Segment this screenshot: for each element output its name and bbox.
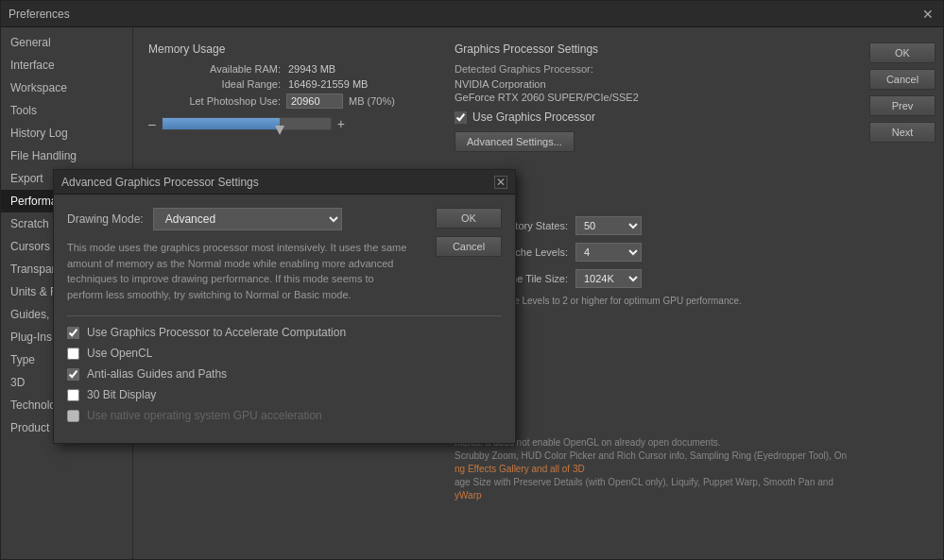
window-close-button[interactable]: ✕ [920, 7, 935, 22]
preferences-window: Preferences ✕ General Interface Workspac… [0, 0, 944, 560]
checkbox-native-gpu [67, 410, 79, 422]
checkbox-accelerate[interactable] [67, 327, 79, 339]
checkbox-30bit-label: 30 Bit Display [87, 388, 156, 401]
dialog-body: OK Cancel Drawing Mode: Basic Normal Adv… [54, 195, 515, 443]
window-title: Preferences [9, 8, 70, 21]
dialog-ok-button[interactable]: OK [436, 208, 502, 229]
dialog-checkbox-antialias: Anti-alias Guides and Paths [67, 367, 502, 381]
checkbox-accelerate-label: Use Graphics Processor to Accelerate Com… [87, 326, 346, 339]
dialog-close-button[interactable]: ✕ [494, 176, 507, 189]
drawing-mode-select[interactable]: Basic Normal Advanced [153, 208, 342, 230]
dialog-cancel-button[interactable]: Cancel [436, 236, 502, 257]
dialog-separator [67, 315, 502, 316]
checkbox-opencl[interactable] [67, 348, 79, 360]
dialog-overlay: Advanced Graphics Processor Settings ✕ O… [1, 27, 943, 559]
checkbox-30bit[interactable] [67, 389, 79, 401]
dialog-checkbox-accelerate: Use Graphics Processor to Accelerate Com… [67, 326, 502, 339]
drawing-mode-label: Drawing Mode: [67, 212, 144, 226]
dialog-title: Advanced Graphics Processor Settings [61, 176, 259, 189]
checkbox-antialias[interactable] [67, 368, 79, 381]
dialog-title-bar: Advanced Graphics Processor Settings ✕ [54, 170, 515, 195]
title-bar: Preferences ✕ [1, 1, 943, 27]
checkbox-native-gpu-label: Use native operating system GPU accelera… [87, 409, 322, 422]
dialog-checkbox-native-gpu: Use native operating system GPU accelera… [67, 409, 502, 422]
checkbox-opencl-label: Use OpenCL [87, 347, 152, 360]
dialog-checkbox-opencl: Use OpenCL [67, 347, 502, 360]
dialog-checkbox-30bit: 30 Bit Display [67, 388, 502, 401]
advanced-gpu-dialog: Advanced Graphics Processor Settings ✕ O… [53, 169, 516, 444]
checkbox-antialias-label: Anti-alias Guides and Paths [87, 367, 227, 381]
